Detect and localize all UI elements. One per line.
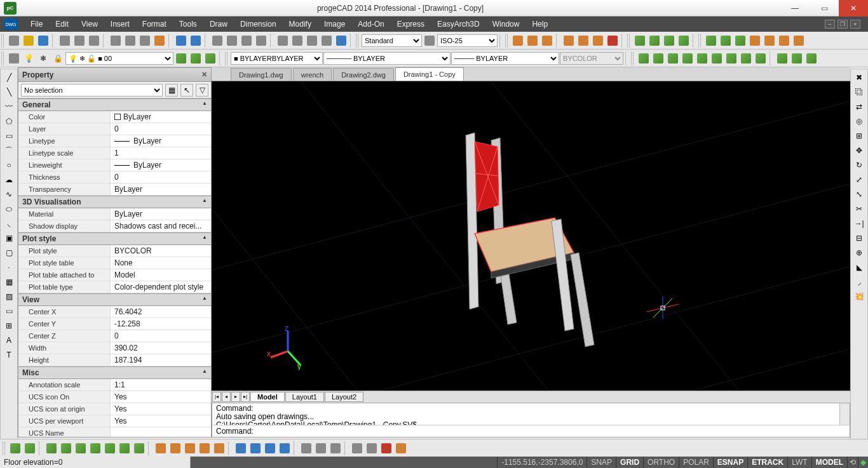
properties-button[interactable] — [305, 34, 319, 48]
app-menu-icon[interactable]: DWG — [4, 18, 18, 30]
tab-next[interactable]: ▸ — [231, 392, 240, 402]
prop-value[interactable]: 1:1 — [111, 379, 211, 391]
line-button[interactable]: ╱ — [2, 70, 16, 84]
convert-button[interactable] — [58, 34, 72, 48]
erase-button[interactable]: ✖ — [852, 70, 866, 84]
move-button[interactable]: ✥ — [852, 144, 866, 157]
open-button[interactable] — [22, 34, 36, 48]
view9-button[interactable] — [754, 51, 768, 65]
copy-button[interactable] — [123, 34, 137, 48]
prop-row[interactable]: UCS per viewportYes — [18, 415, 211, 427]
prop-row[interactable]: Width390.02 — [18, 342, 211, 354]
explode-button[interactable]: 💥 — [852, 290, 866, 304]
menu-view[interactable]: View — [75, 17, 104, 32]
polygon-button[interactable]: ⬠ — [2, 114, 16, 128]
layer-lock-icon[interactable]: 🔒 — [51, 51, 65, 65]
doctab-1[interactable]: wrench — [293, 68, 332, 81]
ea-btn-2[interactable] — [23, 441, 37, 455]
prop-value[interactable]: Model — [111, 269, 211, 281]
prop-row[interactable]: Annotation scale1:1 — [18, 379, 211, 391]
prop-value[interactable]: ByLayer — [111, 111, 211, 123]
realtime-zoom-button[interactable] — [225, 34, 239, 48]
layer-states-button[interactable] — [174, 51, 188, 65]
grab-handle[interactable] — [631, 51, 635, 65]
prop-value[interactable]: 0 — [111, 171, 211, 183]
prop-row[interactable]: Center X76.4042 — [18, 306, 211, 318]
gradient-button[interactable]: ▨ — [2, 290, 16, 304]
ea-btn-17[interactable] — [263, 441, 277, 455]
paste-button[interactable] — [138, 34, 152, 48]
view11-button[interactable] — [790, 51, 804, 65]
close-button[interactable]: ✕ — [839, 0, 868, 17]
prop-row[interactable]: TransparencyByLayer — [18, 184, 211, 196]
prop-row[interactable]: Plot table attached toModel — [18, 269, 211, 281]
ea-btn-12[interactable] — [183, 441, 197, 455]
save-button[interactable] — [36, 34, 50, 48]
menu-edit[interactable]: Edit — [49, 17, 75, 32]
realtime-pan-button[interactable] — [210, 34, 224, 48]
layer-previous-button[interactable] — [189, 51, 203, 65]
copy2-button[interactable]: ⿻ — [852, 85, 866, 99]
ea-btn-13[interactable] — [198, 441, 212, 455]
rectangle-button[interactable]: ▭ — [2, 129, 16, 143]
linetype-combo[interactable]: ───── BYLAYER — [323, 52, 451, 65]
command-line[interactable]: Command: — [212, 425, 850, 437]
ea-btn-11[interactable] — [168, 441, 182, 455]
layer-freeze-icon[interactable]: ❄ — [36, 51, 50, 65]
prop-row[interactable]: LinetypeByLayer — [18, 135, 211, 147]
property-grid[interactable]: GeneralColorByLayerLayer0LinetypeByLayer… — [18, 98, 211, 437]
menu-image[interactable]: Image — [318, 17, 351, 32]
ea-btn-4[interactable] — [59, 441, 73, 455]
prop-group-plot-style[interactable]: Plot style — [18, 232, 211, 245]
doctab-3[interactable]: Drawing1 - Copy — [395, 67, 464, 81]
xline-button[interactable]: ╲ — [2, 85, 16, 99]
view6-button[interactable] — [710, 51, 724, 65]
ea-btn-15[interactable] — [234, 441, 248, 455]
ea-btn-6[interactable] — [88, 441, 102, 455]
menu-window[interactable]: Window — [486, 17, 526, 32]
grab-handle[interactable] — [1, 51, 5, 65]
render4-button[interactable] — [748, 34, 762, 48]
preview-button[interactable] — [87, 34, 101, 48]
extend-button[interactable]: →| — [852, 217, 866, 231]
render2-button[interactable] — [719, 34, 733, 48]
mdi-close[interactable]: × — [850, 20, 860, 29]
ea-btn-3[interactable] — [44, 441, 58, 455]
prop-value[interactable]: Yes — [111, 403, 211, 415]
menu-format[interactable]: Format — [136, 17, 173, 32]
cut-button[interactable] — [109, 34, 123, 48]
prop-value[interactable]: None — [111, 257, 211, 269]
prop-value[interactable]: Yes — [111, 415, 211, 427]
minimize-button[interactable]: — — [780, 0, 810, 17]
tab-last[interactable]: ▸| — [241, 392, 250, 402]
matchprop-button[interactable] — [153, 34, 166, 48]
render6-button[interactable] — [777, 34, 791, 48]
render1-button[interactable] — [704, 34, 718, 48]
selection-combo[interactable]: No selection — [21, 84, 163, 97]
point-button[interactable]: · — [2, 260, 16, 274]
prop-value[interactable]: 76.4042 — [111, 306, 211, 318]
view5-button[interactable] — [695, 51, 709, 65]
ea-btn-25[interactable] — [394, 441, 408, 455]
join-button[interactable]: ⊕ — [852, 246, 866, 260]
ea-btn-1[interactable] — [8, 441, 22, 455]
polyline-button[interactable]: 〰 — [2, 100, 16, 114]
ea-btn-10[interactable] — [154, 441, 168, 455]
prop-row[interactable]: Plot styleBYCOLOR — [18, 245, 211, 257]
stretch-button[interactable]: ⤡ — [852, 187, 866, 201]
prop-value[interactable]: BYCOLOR — [111, 245, 211, 257]
mtext-button[interactable]: A — [2, 333, 16, 347]
mirror-button[interactable]: ⇄ — [852, 100, 866, 114]
zoom-extents-button[interactable] — [254, 34, 268, 48]
maximize-button[interactable]: ▭ — [810, 0, 839, 17]
menu-easyarch3d[interactable]: EasyArch3D — [431, 17, 486, 32]
text-button[interactable]: T — [2, 348, 16, 362]
prop-value[interactable]: 187.194 — [111, 354, 211, 366]
command-scrollbar[interactable] — [839, 403, 850, 425]
prop-row[interactable]: ColorByLayer — [18, 111, 211, 123]
layer-iso-button[interactable] — [203, 51, 217, 65]
prop-group-general[interactable]: General — [18, 98, 211, 111]
layout2-tab[interactable]: Layout2 — [325, 392, 363, 402]
esnap7-button[interactable] — [606, 34, 620, 48]
ea-btn-8[interactable] — [118, 441, 132, 455]
